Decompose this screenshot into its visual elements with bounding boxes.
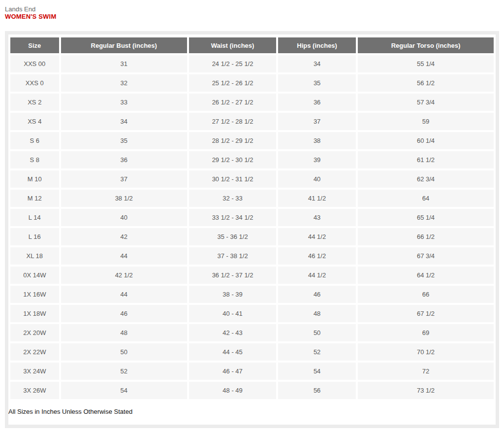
- cell-size: XS 2: [10, 94, 59, 111]
- cell-size: M 12: [10, 190, 59, 207]
- table-row: M 103730 1/2 - 31 1/24062 3/4: [10, 170, 494, 188]
- cell-waist: 35 - 36 1/2: [189, 228, 276, 245]
- cell-torso: 66 1/2: [358, 228, 494, 245]
- table-row: XS 23326 1/2 - 27 1/23657 3/4: [10, 94, 494, 111]
- cell-bust: 32: [61, 74, 187, 92]
- size-chart-table: SizeRegular Bust (inches)Waist (inches)H…: [8, 35, 496, 401]
- cell-waist: 30 1/2 - 31 1/2: [189, 170, 276, 188]
- table-row: 1X 16W4438 - 394666: [10, 286, 494, 303]
- size-chart-header: SizeRegular Bust (inches)Waist (inches)H…: [10, 37, 494, 53]
- cell-hips: 48: [278, 305, 356, 322]
- cell-bust: 36: [61, 151, 187, 168]
- cell-hips: 46: [278, 286, 356, 303]
- cell-bust: 33: [61, 94, 187, 111]
- cell-bust: 50: [61, 343, 187, 361]
- cell-hips: 39: [278, 151, 356, 168]
- column-header-bust: Regular Bust (inches): [61, 37, 187, 53]
- cell-size: S 8: [10, 151, 59, 168]
- cell-size: 3X 24W: [10, 363, 59, 380]
- cell-hips: 44 1/2: [278, 267, 356, 284]
- cell-hips: 34: [278, 55, 356, 72]
- footnote: All Sizes in Inches Unless Otherwise Sta…: [8, 408, 496, 416]
- cell-size: S 6: [10, 132, 59, 149]
- cell-bust: 42 1/2: [61, 267, 187, 284]
- cell-hips: 36: [278, 94, 356, 111]
- cell-torso: 72: [358, 363, 494, 380]
- cell-torso: 66: [358, 286, 494, 303]
- cell-waist: 33 1/2 - 34 1/2: [189, 209, 276, 226]
- cell-torso: 60 1/4: [358, 132, 494, 149]
- cell-torso: 64: [358, 190, 494, 207]
- cell-bust: 37: [61, 170, 187, 188]
- cell-hips: 56: [278, 382, 356, 399]
- cell-hips: 54: [278, 363, 356, 380]
- cell-bust: 44: [61, 286, 187, 303]
- cell-size: 3X 26W: [10, 382, 59, 399]
- cell-size: 0X 14W: [10, 267, 59, 284]
- table-row: 2X 22W5044 - 455270 1/2: [10, 343, 494, 361]
- header-row: SizeRegular Bust (inches)Waist (inches)H…: [10, 37, 494, 53]
- cell-waist: 36 1/2 - 37 1/2: [189, 267, 276, 284]
- cell-waist: 44 - 45: [189, 343, 276, 361]
- cell-waist: 26 1/2 - 27 1/2: [189, 94, 276, 111]
- column-header-size: Size: [10, 37, 59, 53]
- table-row: S 63528 1/2 - 29 1/23860 1/4: [10, 132, 494, 149]
- cell-size: XL 18: [10, 247, 59, 265]
- cell-hips: 52: [278, 343, 356, 361]
- cell-torso: 56 1/2: [358, 74, 494, 92]
- cell-torso: 69: [358, 324, 494, 341]
- cell-hips: 50: [278, 324, 356, 341]
- cell-bust: 44: [61, 247, 187, 265]
- cell-waist: 25 1/2 - 26 1/2: [189, 74, 276, 92]
- cell-torso: 61 1/2: [358, 151, 494, 168]
- cell-size: L 14: [10, 209, 59, 226]
- cell-waist: 42 - 43: [189, 324, 276, 341]
- size-chart-frame: SizeRegular Bust (inches)Waist (inches)H…: [5, 31, 499, 428]
- cell-torso: 59: [358, 113, 494, 130]
- cell-waist: 37 - 38 1/2: [189, 247, 276, 265]
- brand-label: Lands End: [5, 5, 504, 13]
- cell-size: XS 4: [10, 113, 59, 130]
- cell-torso: 64 1/2: [358, 267, 494, 284]
- cell-size: 2X 22W: [10, 343, 59, 361]
- cell-hips: 41 1/2: [278, 190, 356, 207]
- cell-bust: 35: [61, 132, 187, 149]
- cell-size: 2X 20W: [10, 324, 59, 341]
- cell-waist: 32 - 33: [189, 190, 276, 207]
- cell-bust: 52: [61, 363, 187, 380]
- page-title: WOMEN'S SWIM: [5, 13, 504, 21]
- cell-hips: 35: [278, 74, 356, 92]
- cell-bust: 38 1/2: [61, 190, 187, 207]
- table-row: L 144033 1/2 - 34 1/24365 1/4: [10, 209, 494, 226]
- cell-waist: 24 1/2 - 25 1/2: [189, 55, 276, 72]
- cell-hips: 40: [278, 170, 356, 188]
- cell-waist: 27 1/2 - 28 1/2: [189, 113, 276, 130]
- cell-hips: 37: [278, 113, 356, 130]
- cell-size: XXS 0: [10, 74, 59, 92]
- cell-bust: 46: [61, 305, 187, 322]
- cell-torso: 57 3/4: [358, 94, 494, 111]
- column-header-hips: Hips (inches): [278, 37, 356, 53]
- cell-size: 1X 16W: [10, 286, 59, 303]
- cell-waist: 48 - 49: [189, 382, 276, 399]
- table-row: XXS 003124 1/2 - 25 1/23455 1/4: [10, 55, 494, 72]
- cell-bust: 40: [61, 209, 187, 226]
- column-header-waist: Waist (inches): [189, 37, 276, 53]
- table-row: XL 184437 - 38 1/246 1/267 3/4: [10, 247, 494, 265]
- table-row: 1X 18W4640 - 414867 1/2: [10, 305, 494, 322]
- cell-waist: 29 1/2 - 30 1/2: [189, 151, 276, 168]
- cell-size: 1X 18W: [10, 305, 59, 322]
- cell-waist: 46 - 47: [189, 363, 276, 380]
- table-row: 3X 24W5246 - 475472: [10, 363, 494, 380]
- table-row: M 1238 1/232 - 3341 1/264: [10, 190, 494, 207]
- cell-bust: 34: [61, 113, 187, 130]
- table-row: 3X 26W5448 - 495673 1/2: [10, 382, 494, 399]
- cell-bust: 42: [61, 228, 187, 245]
- cell-size: L 16: [10, 228, 59, 245]
- table-row: XXS 03225 1/2 - 26 1/23556 1/2: [10, 74, 494, 92]
- table-row: L 164235 - 36 1/244 1/266 1/2: [10, 228, 494, 245]
- cell-hips: 43: [278, 209, 356, 226]
- size-chart-body: XXS 003124 1/2 - 25 1/23455 1/4XXS 03225…: [10, 55, 494, 399]
- table-row: 0X 14W42 1/236 1/2 - 37 1/244 1/264 1/2: [10, 267, 494, 284]
- cell-waist: 38 - 39: [189, 286, 276, 303]
